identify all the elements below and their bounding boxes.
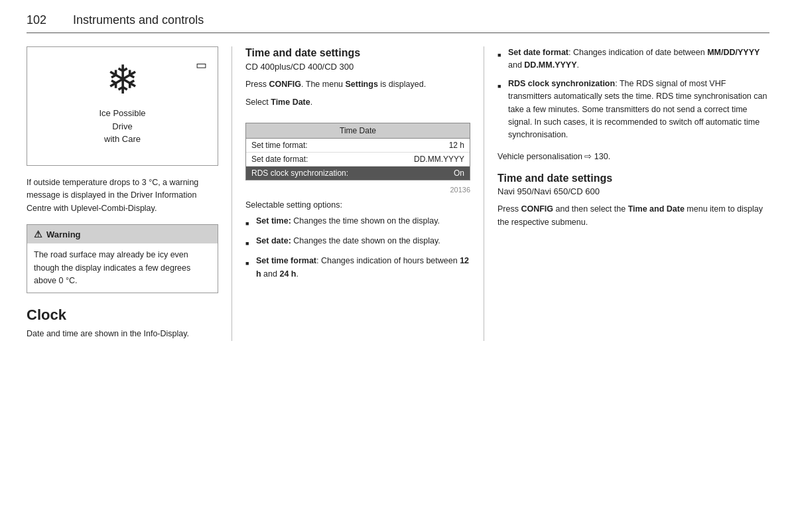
press-config-text: Press CONFIG. The menu Settings is displ… (245, 78, 470, 91)
bullet-sq-icon (498, 80, 504, 92)
warning-triangle-icon: ⚠ (34, 229, 42, 239)
ice-snowflake-icon: ❄ (106, 60, 139, 100)
right-section-title: Time and date settings (498, 172, 769, 186)
left-column: ▭ ❄ Ice Possible Drive with Care If outs… (27, 46, 232, 341)
warning-body: The road surface may already be icy even… (27, 243, 218, 293)
bullet-rds-sync: RDS clock synchronization: The RDS signa… (498, 78, 769, 142)
td-row-date-format: Set date format: DD.MM.YYYY (246, 153, 470, 166)
bullet-set-date-format: Set date format: Changes indication of d… (498, 46, 769, 72)
td-value-rds: On (454, 168, 464, 178)
24h-bold: 24 h (279, 269, 296, 279)
td-header: Time Date (246, 123, 470, 139)
period: . (296, 269, 298, 279)
config-bold: CONFIG (269, 80, 301, 89)
set-date-text: Changes the date shown on the display. (293, 236, 440, 245)
bullet-sq-icon (245, 257, 252, 269)
middle-bullet-list: Set time: Changes the time shown on the … (245, 215, 470, 281)
time-date-display: Time Date Set time format: 12 h Set date… (245, 123, 470, 180)
ice-line3: with Care (99, 133, 145, 146)
right-column: Set date format: Changes indication of d… (484, 46, 769, 341)
middle-column: Time and date settings CD 400plus/CD 400… (232, 46, 484, 341)
page-header: 102 Instruments and controls (27, 13, 769, 33)
bullet-sq-icon (245, 217, 252, 230)
bullet-set-time-format: Set time format: Changes indication of h… (245, 255, 470, 281)
set-time-format-text: : Changes indication of hours between (316, 256, 460, 265)
select-text: Select (245, 98, 271, 107)
r-timedate-bold: Time and Date (628, 204, 685, 214)
bullet-set-date-format-content: Set date format: Changes indication of d… (508, 46, 769, 72)
right-bullet-list: Set date format: Changes indication of d… (498, 46, 769, 142)
r-press-middle: and then select the (553, 204, 628, 214)
timedate-bold: Time Date (271, 98, 310, 107)
td-row-time-format: Set time format: 12 h (246, 139, 470, 153)
set-date-bold: Set date: (256, 236, 291, 245)
select-timedate-text: Select Time Date. (245, 96, 470, 109)
set-date-format-bold: Set date format (508, 48, 568, 57)
td-value-date: DD.MM.YYYY (414, 155, 464, 164)
mmddyyyy-bold: MM/DD/YYYY (707, 48, 760, 57)
td-row-rds: RDS clock synchronization: On (246, 166, 470, 180)
bullet-sq-icon (498, 48, 504, 61)
td-label-time: Set time format: (251, 141, 308, 150)
vehicle-ref: Vehicle personalisation ⇨ 130. (498, 151, 769, 161)
td-value-time: 12 h (449, 141, 464, 150)
small-rect-icon: ▭ (196, 58, 207, 72)
page: 102 Instruments and controls ▭ ❄ Ice Pos… (0, 0, 796, 361)
bullet-set-time: Set time: Changes the time shown on the … (245, 215, 470, 230)
bullet-set-date-content: Set date: Changes the date shown on the … (256, 235, 470, 247)
content-area: ▭ ❄ Ice Possible Drive with Care If outs… (27, 46, 769, 341)
settings-bold: Settings (346, 80, 378, 89)
temp-desc: If outside temperature drops to 3 °C, a … (27, 176, 218, 215)
ice-warning-box: ▭ ❄ Ice Possible Drive with Care (27, 46, 218, 166)
bullet-set-time-content: Set time: Changes the time shown on the … (256, 215, 470, 228)
select-text-end: . (310, 98, 312, 107)
clock-desc: Date and time are shown in the Info-Disp… (27, 328, 218, 340)
middle-section-title: Time and date settings (245, 46, 470, 60)
set-time-bold: Set time: (256, 216, 291, 226)
image-caption: 20136 (245, 186, 470, 194)
sdf-text1: : Changes indication of date between (568, 48, 707, 57)
ice-line2: Drive (99, 120, 145, 133)
press-text-after: . The menu (301, 80, 345, 89)
and-text: and (261, 269, 280, 279)
warning-box: ⚠ Warning The road surface may already b… (27, 224, 218, 293)
right-section-gap: Time and date settings Navi 950/Navi 650… (498, 172, 769, 230)
sdf-text2: and (508, 60, 524, 70)
press-text-before: Press (245, 80, 269, 89)
td-label-rds: RDS clock synchronization: (251, 168, 348, 178)
selectable-label: Selectable setting options: (245, 200, 470, 210)
clock-heading: Clock (27, 306, 218, 324)
bullet-sq-icon (245, 237, 252, 249)
ice-warning-text: Ice Possible Drive with Care (99, 107, 145, 146)
set-time-format-bold: Set time format (256, 256, 316, 265)
page-number: 102 (27, 13, 46, 27)
right-section-subtitle: Navi 950/Navi 650/CD 600 (498, 186, 769, 196)
sdf-period: . (577, 60, 579, 70)
ddmmyyyy-bold: DD.MM.YYYY (524, 60, 576, 70)
warning-label: Warning (46, 230, 81, 239)
press-text-end: is displayed. (378, 80, 426, 89)
warning-header: ⚠ Warning (27, 225, 218, 243)
page-title: Instruments and controls (73, 13, 204, 27)
middle-section-subtitle: CD 400plus/CD 400/CD 300 (245, 62, 470, 72)
bullet-set-time-format-content: Set time format: Changes indication of h… (256, 255, 470, 281)
r-press-before: Press (498, 204, 521, 214)
bullet-set-date: Set date: Changes the date shown on the … (245, 235, 470, 249)
ice-line1: Ice Possible (99, 107, 145, 120)
right-press-text: Press CONFIG and then select the Time an… (498, 203, 769, 229)
bullet-rds-content: RDS clock synchronization: The RDS signa… (508, 78, 769, 142)
r-config-bold: CONFIG (521, 204, 553, 214)
set-time-text: Changes the time shown on the display. (293, 216, 440, 226)
rds-bold: RDS clock synchronization (508, 79, 615, 88)
td-label-date: Set date format: (251, 155, 308, 164)
